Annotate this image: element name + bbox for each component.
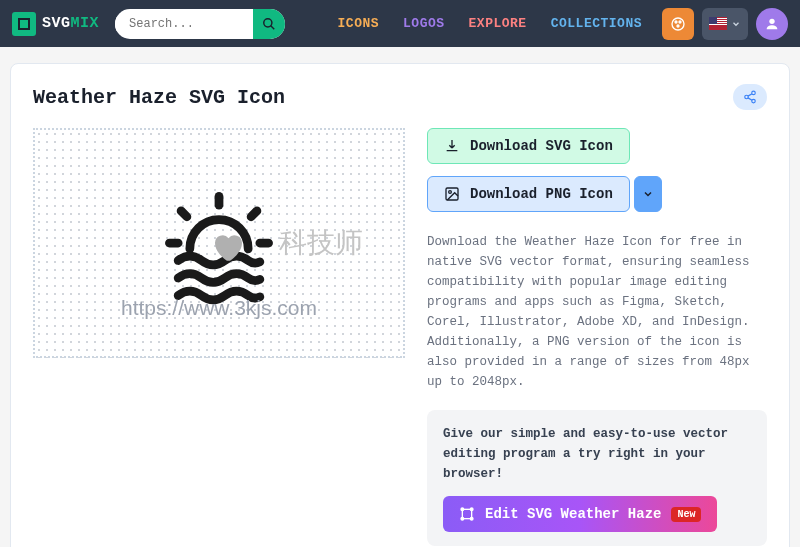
new-badge: New (671, 507, 701, 522)
chevron-down-icon (731, 19, 741, 29)
watermark-cn: 科技师 (279, 224, 363, 262)
nav-icons[interactable]: ICONS (338, 16, 380, 31)
svg-line-2 (271, 25, 275, 29)
svg-rect-0 (19, 19, 29, 29)
svg-point-3 (672, 18, 684, 30)
share-icon (743, 90, 757, 104)
nav-collections[interactable]: COLLECTIONS (551, 16, 642, 31)
main-container: Weather Haze SVG Icon 科技师 https://www.3k… (10, 63, 790, 547)
svg-point-22 (470, 508, 473, 511)
page-title: Weather Haze SVG Icon (33, 86, 285, 109)
editor-card: Give our simple and easy-to-use vector e… (427, 410, 767, 546)
download-icon (444, 138, 460, 154)
icon-preview: 科技师 https://www.3kjs.com (33, 128, 405, 358)
heart-icon (209, 229, 245, 265)
user-button[interactable] (756, 8, 788, 40)
svg-line-15 (251, 211, 257, 217)
watermark-url: https://www.3kjs.com (121, 296, 317, 320)
share-button[interactable] (733, 84, 767, 110)
chevron-down-icon (642, 188, 654, 200)
header-row: Weather Haze SVG Icon (33, 84, 767, 110)
download-svg-button[interactable]: Download SVG Icon (427, 128, 630, 164)
palette-icon (670, 16, 686, 32)
search-button[interactable] (253, 9, 285, 39)
svg-point-10 (752, 99, 756, 103)
nav-logos[interactable]: LOGOS (403, 16, 445, 31)
user-icon (764, 16, 780, 32)
nav-explore[interactable]: EXPLORE (469, 16, 527, 31)
logo-icon (12, 12, 36, 36)
edit-icon (459, 506, 475, 522)
svg-line-11 (748, 94, 752, 96)
language-button[interactable] (702, 8, 748, 40)
nav-right (662, 8, 788, 40)
nav-links: ICONS LOGOS EXPLORE COLLECTIONS (338, 16, 642, 31)
svg-point-19 (449, 191, 452, 194)
svg-point-9 (745, 95, 749, 99)
search-box (115, 9, 285, 39)
content-row: 科技师 https://www.3kjs.com Download SVG Ic… (33, 128, 767, 546)
png-dropdown-button[interactable] (634, 176, 662, 212)
svg-line-14 (181, 211, 187, 217)
edit-svg-button[interactable]: Edit SVG Weather Haze New (443, 496, 717, 532)
svg-point-24 (470, 517, 473, 520)
editor-prompt-text: Give our simple and easy-to-use vector e… (443, 424, 751, 484)
svg-line-12 (748, 98, 752, 100)
svg-point-1 (264, 18, 272, 26)
logo[interactable]: SVGMIX (12, 12, 99, 36)
svg-point-7 (769, 18, 774, 23)
palette-button[interactable] (662, 8, 694, 40)
svg-point-4 (675, 21, 677, 23)
search-icon (262, 17, 276, 31)
search-input[interactable] (115, 17, 253, 31)
svg-point-23 (461, 517, 464, 520)
right-column: Download SVG Icon Download PNG Icon Down… (427, 128, 767, 546)
navbar: SVGMIX ICONS LOGOS EXPLORE COLLECTIONS (0, 0, 800, 47)
flag-us-icon (709, 17, 727, 30)
svg-point-6 (677, 25, 679, 27)
description-text: Download the Weather Haze Icon for free … (427, 232, 767, 392)
image-icon (444, 186, 460, 202)
download-png-button[interactable]: Download PNG Icon (427, 176, 630, 212)
png-button-group: Download PNG Icon (427, 176, 767, 212)
svg-point-21 (461, 508, 464, 511)
svg-point-5 (679, 21, 681, 23)
svg-point-8 (752, 91, 756, 95)
